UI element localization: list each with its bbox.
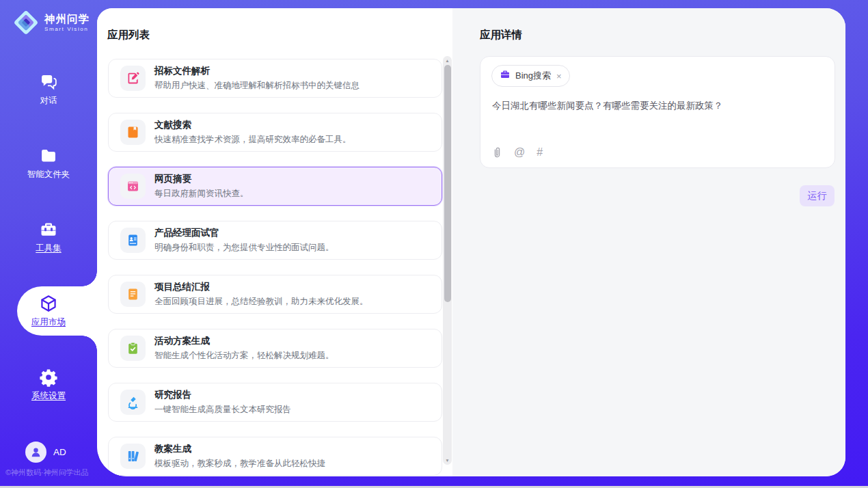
app-card-title: 项目总结汇报 <box>154 281 368 293</box>
app-card-text: 招标文件解析帮助用户快速、准确地理解和解析招标书中的关键信息 <box>154 65 360 92</box>
app-card[interactable]: 产品经理面试官明确身份和职责，为您提供专业性的面试问题。 <box>108 221 442 260</box>
report-icon <box>120 282 146 307</box>
books-icon <box>120 444 146 469</box>
app-card-desc: 模板驱动，教案秒成，教学准备从此轻松快捷 <box>154 458 325 470</box>
mention-icon[interactable]: @ <box>514 146 525 159</box>
app-card-title: 研究报告 <box>154 389 291 401</box>
book-icon <box>120 120 146 145</box>
app-card-text: 产品经理面试官明确身份和职责，为您提供专业性的面试问题。 <box>154 227 334 254</box>
app-card-list: 招标文件解析帮助用户快速、准确地理解和解析招标书中的关键信息文献搜索快速精准查找… <box>108 59 442 476</box>
scroll-down-icon[interactable]: ▼ <box>443 458 452 463</box>
main-content: 应用列表 招标文件解析帮助用户快速、准确地理解和解析招标书中的关键信息文献搜索快… <box>97 8 845 476</box>
user-row[interactable]: AD <box>25 442 66 463</box>
sidebar-item-folder[interactable]: 智能文件夹 <box>0 146 97 180</box>
resume-icon <box>120 228 146 253</box>
copyright-text: ©神州数码·神州问学出品 <box>5 467 89 478</box>
chip-close-icon[interactable]: × <box>556 71 562 81</box>
app-detail-panel: 应用详情 Bing搜索 × 今日湖北有哪些新闻要点？有哪些需要关注的最新政策？ … <box>452 8 845 476</box>
folder-icon <box>39 146 58 165</box>
scrollbar[interactable]: ▲ ▼ <box>443 56 452 465</box>
browser-code-icon <box>120 174 146 199</box>
app-card[interactable]: 活动方案生成智能生成个性化活动方案，轻松解决规划难题。 <box>108 329 442 368</box>
paperclip-icon[interactable] <box>492 146 502 159</box>
clipboard-check-icon <box>120 336 146 361</box>
app-card-title: 产品经理面试官 <box>154 227 334 239</box>
sidebar-item-label: 工具集 <box>36 243 62 254</box>
app-card[interactable]: 教案生成模板驱动，教案秒成，教学准备从此轻松快捷 <box>108 437 442 476</box>
app-window: 神州问学 Smart Vision 对话智能文件夹工具集应用市场系统设置 AD … <box>0 0 868 488</box>
sidebar-item-cube[interactable]: 应用市场 <box>0 294 97 328</box>
app-card[interactable]: 研究报告一键智能生成高质量长文本研究报告 <box>108 383 442 422</box>
sidebar-item-label: 智能文件夹 <box>27 169 70 180</box>
chat-icon <box>39 72 58 92</box>
app-card-title: 活动方案生成 <box>154 335 334 347</box>
app-card-text: 项目总结汇报全面回顾项目进展，总结经验教训，助力未来优化发展。 <box>154 281 368 308</box>
tool-chip-label: Bing搜索 <box>515 70 551 82</box>
toolbox-icon <box>39 220 58 239</box>
sidebar: 神州问学 Smart Vision 对话智能文件夹工具集应用市场系统设置 AD … <box>0 0 97 486</box>
brand-logo: 神州问学 Smart Vision <box>12 9 90 36</box>
person-icon <box>29 446 42 459</box>
scroll-up-icon[interactable]: ▲ <box>443 58 452 63</box>
brand-tagline: Smart Vision <box>44 26 90 32</box>
app-card-text: 教案生成模板驱动，教案秒成，教学准备从此轻松快捷 <box>154 443 325 470</box>
composer-toolbar: @# <box>492 146 543 159</box>
sidebar-item-gear[interactable]: 系统设置 <box>0 368 97 402</box>
app-list-title: 应用列表 <box>107 28 150 42</box>
app-card[interactable]: 网页摘要每日政府新闻资讯快查。 <box>108 167 442 206</box>
app-card-text: 研究报告一键智能生成高质量长文本研究报告 <box>154 389 291 416</box>
app-card-title: 招标文件解析 <box>154 65 360 77</box>
app-card-text: 文献搜索快速精准查找学术资源，提高研究效率的必备工具。 <box>154 119 351 146</box>
app-list-panel: 应用列表 招标文件解析帮助用户快速、准确地理解和解析招标书中的关键信息文献搜索快… <box>97 8 452 476</box>
microscope-icon <box>120 390 146 415</box>
tool-chip-bing-search[interactable]: Bing搜索 × <box>491 65 570 87</box>
app-card[interactable]: 招标文件解析帮助用户快速、准确地理解和解析招标书中的关键信息 <box>108 59 442 98</box>
avatar[interactable] <box>25 442 46 463</box>
app-card-desc: 每日政府新闻资讯快查。 <box>154 188 249 200</box>
cube-icon <box>39 294 58 313</box>
app-card-desc: 一键智能生成高质量长文本研究报告 <box>154 404 291 416</box>
sidebar-item-toolbox[interactable]: 工具集 <box>0 220 97 254</box>
app-card-desc: 全面回顾项目进展，总结经验教训，助力未来优化发展。 <box>154 296 368 308</box>
prompt-card: Bing搜索 × 今日湖北有哪些新闻要点？有哪些需要关注的最新政策？ @# <box>480 56 835 168</box>
scrollbar-thumb[interactable] <box>444 65 451 302</box>
hash-icon[interactable]: # <box>537 146 543 159</box>
app-card-desc: 智能生成个性化活动方案，轻松解决规划难题。 <box>154 350 334 362</box>
app-card-desc: 帮助用户快速、准确地理解和解析招标书中的关键信息 <box>154 80 360 92</box>
diamond-logo-icon <box>12 9 40 36</box>
app-card-title: 教案生成 <box>154 443 325 455</box>
app-card-desc: 明确身份和职责，为您提供专业性的面试问题。 <box>154 242 334 254</box>
gear-icon <box>39 368 58 387</box>
app-card-desc: 快速精准查找学术资源，提高研究效率的必备工具。 <box>154 134 351 146</box>
run-button[interactable]: 运行 <box>800 185 835 206</box>
app-card[interactable]: 项目总结汇报全面回顾项目进展，总结经验教训，助力未来优化发展。 <box>108 275 442 314</box>
sidebar-item-label: 系统设置 <box>31 390 66 402</box>
user-initials: AD <box>53 447 66 457</box>
app-card-title: 网页摘要 <box>154 173 249 185</box>
sidebar-item-chat[interactable]: 对话 <box>0 72 97 107</box>
active-tab-notch <box>82 336 97 351</box>
app-card[interactable]: 文献搜索快速精准查找学术资源，提高研究效率的必备工具。 <box>108 113 442 152</box>
edit-document-icon <box>120 66 146 91</box>
app-card-text: 活动方案生成智能生成个性化活动方案，轻松解决规划难题。 <box>154 335 334 362</box>
app-card-title: 文献搜索 <box>154 119 351 131</box>
app-detail-title: 应用详情 <box>480 28 522 42</box>
briefcase-icon <box>500 69 511 83</box>
app-card-text: 网页摘要每日政府新闻资讯快查。 <box>154 173 249 200</box>
sidebar-item-label: 应用市场 <box>31 316 66 328</box>
prompt-input[interactable]: 今日湖北有哪些新闻要点？有哪些需要关注的最新政策？ <box>492 99 820 112</box>
sidebar-item-label: 对话 <box>40 95 57 107</box>
brand-name: 神州问学 <box>44 13 90 25</box>
